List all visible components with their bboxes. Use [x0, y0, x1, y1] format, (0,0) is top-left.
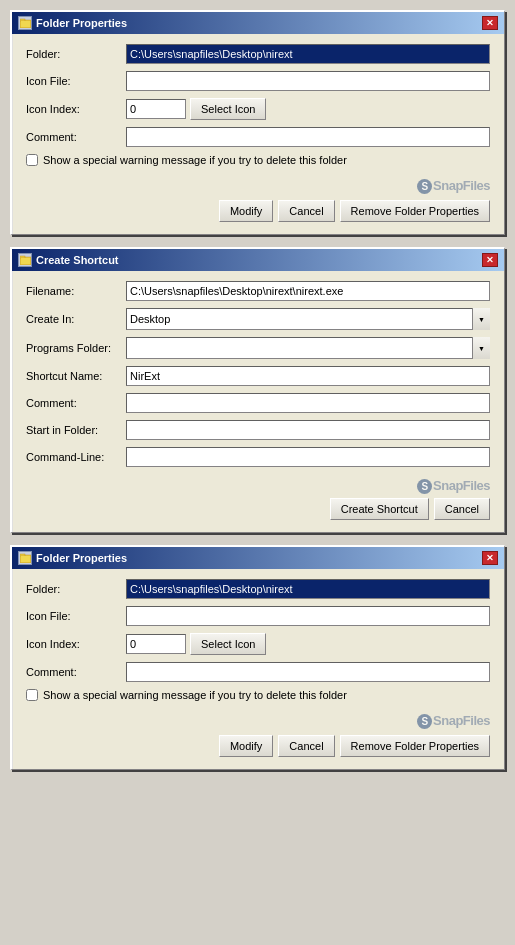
warning-checkbox-3[interactable] — [26, 689, 38, 701]
cancel-button-1[interactable]: Cancel — [278, 200, 334, 222]
title-bar-left-3: Folder Properties — [18, 551, 127, 565]
icon-index-row-3: Icon Index: Select Icon — [26, 633, 490, 655]
window-body-1: Folder: Icon File: Icon Index: Select Ic… — [12, 34, 504, 234]
button-row-2: Create Shortcut Cancel — [26, 498, 490, 520]
icon-index-controls-1: Select Icon — [126, 98, 490, 120]
shortcut-name-label: Shortcut Name: — [26, 370, 126, 382]
comment-row-1: Comment: — [26, 127, 490, 147]
title-text-2: Create Shortcut — [36, 254, 119, 266]
svg-rect-4 — [20, 256, 25, 258]
comment-input-3[interactable] — [126, 662, 490, 682]
folder-icon-3 — [18, 551, 32, 565]
svg-rect-7 — [20, 554, 25, 556]
remove-folder-button-1[interactable]: Remove Folder Properties — [340, 200, 490, 222]
snap-s-1: S — [417, 179, 432, 194]
checkbox-label-3: Show a special warning message if you tr… — [43, 689, 347, 701]
svg-rect-1 — [20, 19, 25, 21]
programs-folder-wrapper: ▼ — [126, 337, 490, 359]
icon-index-controls-3: Select Icon — [126, 633, 490, 655]
create-in-label: Create In: — [26, 313, 126, 325]
folder-row-1: Folder: — [26, 44, 490, 64]
icon-index-input-1[interactable] — [126, 99, 186, 119]
button-row-3: Modify Cancel Remove Folder Properties — [26, 735, 490, 757]
snap-s-3: S — [417, 714, 432, 729]
filename-label: Filename: — [26, 285, 126, 297]
icon-index-label-1: Icon Index: — [26, 103, 126, 115]
create-in-select[interactable]: Desktop — [126, 308, 490, 330]
icon-index-input-3[interactable] — [126, 634, 186, 654]
create-shortcut-window: Create Shortcut ✕ Filename: Create In: D… — [10, 247, 505, 533]
icon-file-row-3: Icon File: — [26, 606, 490, 626]
modify-button-1[interactable]: Modify — [219, 200, 273, 222]
checkbox-row-3: Show a special warning message if you tr… — [26, 689, 490, 701]
select-icon-button-1[interactable]: Select Icon — [190, 98, 266, 120]
folder-row-3: Folder: — [26, 579, 490, 599]
create-in-row: Create In: Desktop ▼ — [26, 308, 490, 330]
icon-file-input-1[interactable] — [126, 71, 490, 91]
snapfiles-watermark-3: SSnapFiles — [417, 713, 490, 729]
comment-input-1[interactable] — [126, 127, 490, 147]
folder-label-1: Folder: — [26, 48, 126, 60]
icon-file-input-3[interactable] — [126, 606, 490, 626]
comment-label-2: Comment: — [26, 397, 126, 409]
title-bar-2: Create Shortcut ✕ — [12, 249, 504, 271]
comment-input-2[interactable] — [126, 393, 490, 413]
programs-folder-row: Programs Folder: ▼ — [26, 337, 490, 359]
title-bar-left-2: Create Shortcut — [18, 253, 119, 267]
folder-input-3[interactable] — [126, 579, 490, 599]
watermark-area-3: SSnapFiles — [26, 709, 490, 729]
title-text-1: Folder Properties — [36, 17, 127, 29]
snapfiles-watermark-2: SSnapFiles — [417, 478, 490, 494]
title-bar-left-1: Folder Properties — [18, 16, 127, 30]
icon-index-label-3: Icon Index: — [26, 638, 126, 650]
folder-input-1[interactable] — [126, 44, 490, 64]
svg-rect-8 — [21, 556, 30, 562]
svg-rect-5 — [21, 258, 30, 264]
watermark-area-1: SSnapFiles — [26, 174, 490, 194]
modify-button-3[interactable]: Modify — [219, 735, 273, 757]
programs-folder-select[interactable] — [126, 337, 490, 359]
command-line-label: Command-Line: — [26, 451, 126, 463]
shortcut-icon — [18, 253, 32, 267]
folder-properties-window-1: Folder Properties ✕ Folder: Icon File: I… — [10, 10, 505, 235]
window-body-3: Folder: Icon File: Icon Index: Select Ic… — [12, 569, 504, 769]
svg-rect-2 — [21, 21, 30, 27]
icon-file-row-1: Icon File: — [26, 71, 490, 91]
icon-file-label-3: Icon File: — [26, 610, 126, 622]
watermark-area-2: SSnapFiles — [26, 474, 490, 494]
button-row-1: Modify Cancel Remove Folder Properties — [26, 200, 490, 222]
create-shortcut-button[interactable]: Create Shortcut — [330, 498, 429, 520]
close-button-3[interactable]: ✕ — [482, 551, 498, 565]
filename-input[interactable] — [126, 281, 490, 301]
folder-properties-window-3: Folder Properties ✕ Folder: Icon File: I… — [10, 545, 505, 770]
close-button-1[interactable]: ✕ — [482, 16, 498, 30]
checkbox-row-1: Show a special warning message if you tr… — [26, 154, 490, 166]
cancel-button-2[interactable]: Cancel — [434, 498, 490, 520]
snap-s-2: S — [417, 479, 432, 494]
snapfiles-watermark-1: SSnapFiles — [417, 178, 490, 194]
shortcut-name-row: Shortcut Name: — [26, 366, 490, 386]
cancel-button-3[interactable]: Cancel — [278, 735, 334, 757]
comment-label-1: Comment: — [26, 131, 126, 143]
comment-row-2: Comment: — [26, 393, 490, 413]
shortcut-name-input[interactable] — [126, 366, 490, 386]
title-bar-3: Folder Properties ✕ — [12, 547, 504, 569]
start-in-row: Start in Folder: — [26, 420, 490, 440]
window-body-2: Filename: Create In: Desktop ▼ Programs … — [12, 271, 504, 532]
create-in-wrapper: Desktop ▼ — [126, 308, 490, 330]
remove-folder-button-3[interactable]: Remove Folder Properties — [340, 735, 490, 757]
icon-file-label-1: Icon File: — [26, 75, 126, 87]
warning-checkbox-1[interactable] — [26, 154, 38, 166]
comment-row-3: Comment: — [26, 662, 490, 682]
start-in-input[interactable] — [126, 420, 490, 440]
comment-label-3: Comment: — [26, 666, 126, 678]
command-line-input[interactable] — [126, 447, 490, 467]
programs-folder-label: Programs Folder: — [26, 342, 126, 354]
title-bar-1: Folder Properties ✕ — [12, 12, 504, 34]
close-button-2[interactable]: ✕ — [482, 253, 498, 267]
checkbox-label-1: Show a special warning message if you tr… — [43, 154, 347, 166]
folder-label-3: Folder: — [26, 583, 126, 595]
select-icon-button-3[interactable]: Select Icon — [190, 633, 266, 655]
start-in-label: Start in Folder: — [26, 424, 126, 436]
folder-icon-1 — [18, 16, 32, 30]
